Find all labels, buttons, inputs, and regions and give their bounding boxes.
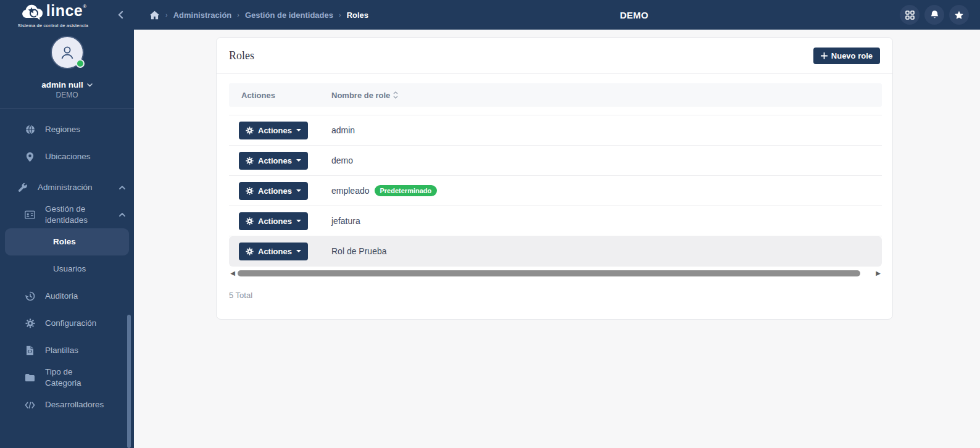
role-name-cell: admin xyxy=(331,125,355,135)
caret-down-icon xyxy=(296,250,301,252)
scrollbar-track[interactable] xyxy=(238,270,873,276)
role-name: Rol de Prueba xyxy=(331,246,387,256)
sidebar-item-label: Desarrolladores xyxy=(45,399,109,410)
gear-icon xyxy=(246,157,254,165)
sidebar-item-configuracion[interactable]: Configuración xyxy=(0,310,134,337)
page-title: Roles xyxy=(229,49,254,62)
sidebar-item-label: Gestión de identidades xyxy=(45,204,109,226)
row-actions-dropdown[interactable]: Actiones xyxy=(239,152,308,170)
row-actions-dropdown[interactable]: Actiones xyxy=(239,122,308,139)
role-name-cell: Rol de Prueba xyxy=(331,246,387,256)
sidebar-item-desarrolladores[interactable]: Desarrolladores xyxy=(0,391,134,418)
caret-down-icon xyxy=(296,129,301,131)
star-icon xyxy=(954,10,964,20)
sidebar-collapse-button[interactable] xyxy=(117,10,123,19)
sidebar-item-plantillas[interactable]: Plantillas xyxy=(0,337,134,364)
new-role-button[interactable]: Nuevo role xyxy=(813,48,880,64)
user-block: admin null DEMO xyxy=(0,30,134,109)
sidebar-group-administracion[interactable]: Administración xyxy=(0,174,134,201)
chevron-up-icon xyxy=(119,213,125,217)
role-name: admin xyxy=(331,125,355,135)
gear-icon xyxy=(25,318,35,328)
sidebar-item-tipo-categoria[interactable]: Tipo de Categoria xyxy=(0,364,134,391)
sidebar-item-auditoria[interactable]: Auditoria xyxy=(0,283,134,310)
caret-down-icon xyxy=(296,159,301,162)
scrollbar-thumb[interactable] xyxy=(238,270,860,276)
row-actions-dropdown[interactable]: Actiones xyxy=(239,243,308,260)
wrench-icon xyxy=(17,183,28,193)
gear-icon xyxy=(246,247,254,255)
column-header-actions: Actiones xyxy=(229,91,331,100)
globe-icon xyxy=(25,125,35,135)
sidebar-item-roles[interactable]: Roles xyxy=(5,228,129,255)
sidebar-item-label: Configuración xyxy=(45,318,109,329)
role-name: empleado xyxy=(331,186,370,196)
code-icon xyxy=(25,401,35,409)
user-organization: DEMO xyxy=(56,91,78,99)
brand-name: lince xyxy=(46,3,83,18)
row-actions-dropdown[interactable]: Actiones xyxy=(239,182,308,200)
row-actions-dropdown[interactable]: Actiones xyxy=(239,212,308,230)
sidebar-item-label: Tipo de Categoria xyxy=(45,367,109,389)
role-name: jefatura xyxy=(331,216,360,226)
breadcrumb-item-administracion[interactable]: Administración xyxy=(173,10,232,20)
sidebar: admin null DEMO Regiones Ubicaciones xyxy=(0,30,134,448)
file-code-icon xyxy=(25,346,35,355)
bell-icon xyxy=(930,10,939,20)
breadcrumb-separator: › xyxy=(237,11,239,19)
sidebar-item-label: Auditoria xyxy=(45,291,109,302)
lince-cloud-logo-icon xyxy=(20,3,44,22)
navbar-actions xyxy=(900,5,969,25)
sidebar-item-label: Roles xyxy=(53,236,117,247)
role-name-cell: demo xyxy=(331,156,353,165)
brand-tagline: Sistema de control de asistencia xyxy=(18,22,88,28)
brand-registered-mark: ® xyxy=(83,4,86,9)
default-role-badge: Predeterminado xyxy=(375,185,438,196)
notifications-button[interactable] xyxy=(924,5,944,25)
sidebar-item-ubicaciones[interactable]: Ubicaciones xyxy=(0,143,134,170)
breadcrumb-item-gestion-identidades[interactable]: Gestión de identidades xyxy=(245,10,333,20)
sidebar-item-usuarios[interactable]: Usuarios xyxy=(0,255,134,283)
scroll-right-arrow[interactable]: ▶ xyxy=(874,268,882,278)
history-icon xyxy=(25,291,35,301)
roles-card: Roles Nuevo role Actiones Nombre de role xyxy=(216,37,893,320)
gear-icon xyxy=(246,187,254,195)
table-row: Actiones jefatura xyxy=(229,206,882,236)
card-header: Roles Nuevo role xyxy=(217,38,892,74)
sidebar-scrollbar[interactable] xyxy=(127,315,131,448)
table-row: Actiones admin xyxy=(229,115,882,146)
sort-icon xyxy=(393,91,398,99)
chevron-down-icon xyxy=(87,83,93,87)
favorites-button[interactable] xyxy=(949,5,969,25)
online-status-dot xyxy=(76,59,85,68)
column-header-name-label: Nombre de role xyxy=(331,91,390,100)
caret-down-icon xyxy=(296,189,301,192)
total-count: 5 Total xyxy=(229,291,882,300)
id-card-icon xyxy=(25,210,35,219)
apps-grid-button[interactable] xyxy=(900,5,920,25)
role-name: demo xyxy=(331,156,353,165)
user-menu[interactable]: admin null xyxy=(41,80,93,89)
table-body: Actiones admin Actiones demo xyxy=(229,115,882,267)
sidebar-item-label: Administración xyxy=(38,182,102,193)
sidebar-item-label: Usuarios xyxy=(53,263,117,275)
environment-title: DEMO xyxy=(368,10,900,20)
sidebar-item-label: Ubicaciones xyxy=(45,151,109,162)
home-icon[interactable] xyxy=(149,10,160,20)
breadcrumb-separator: › xyxy=(339,11,341,19)
row-actions-label: Actiones xyxy=(258,186,292,196)
horizontal-scrollbar: ◀ ▶ xyxy=(229,268,882,278)
table-row: Actiones Rol de Prueba xyxy=(229,236,882,267)
top-navbar: lince ® Sistema de control de asistencia… xyxy=(0,0,980,30)
row-actions-label: Actiones xyxy=(258,156,292,165)
brand-logo[interactable]: lince ® Sistema de control de asistencia xyxy=(0,2,106,28)
scroll-left-arrow[interactable]: ◀ xyxy=(229,268,236,278)
sidebar-item-label: Plantillas xyxy=(45,345,109,356)
map-pin-icon xyxy=(25,152,35,162)
column-header-name[interactable]: Nombre de role xyxy=(331,91,398,100)
sidebar-item-regiones[interactable]: Regiones xyxy=(0,116,134,143)
table-row: Actiones empleado Predeterminado xyxy=(229,176,882,206)
sidebar-group-gestion-identidades[interactable]: Gestión de identidades xyxy=(0,201,134,228)
table-header: Actiones Nombre de role xyxy=(229,83,882,107)
role-name-cell: empleado Predeterminado xyxy=(331,185,437,196)
